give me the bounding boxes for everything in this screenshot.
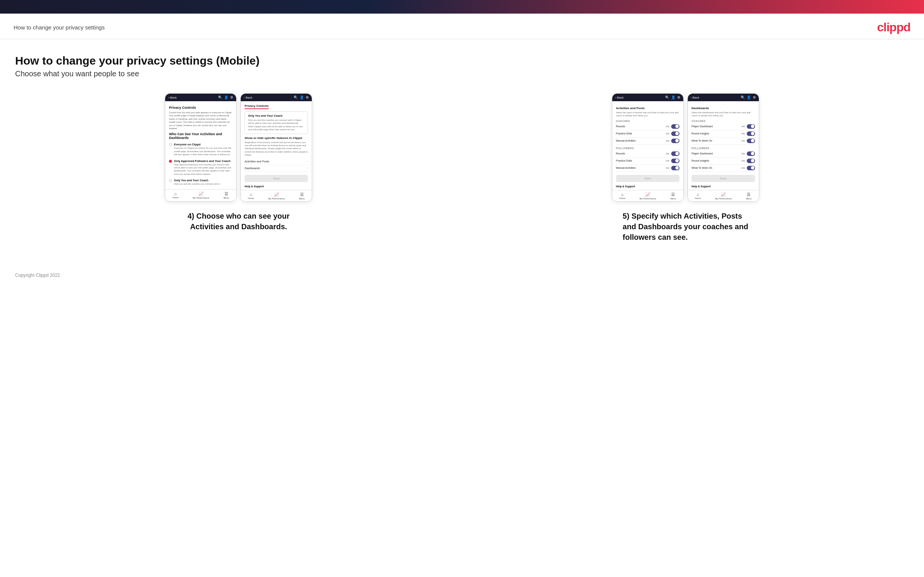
phone2-section-desc: Regardless of the privacy controls that … xyxy=(244,141,308,157)
phone3-followers-rounds: Rounds ON xyxy=(616,150,680,158)
page-heading: How to change your privacy settings (Mob… xyxy=(15,54,909,67)
toggle-coaches-player[interactable] xyxy=(747,124,755,129)
phone2-icons: 🔍 👤 ⚙ xyxy=(294,95,309,99)
search-icon2[interactable]: 🔍 xyxy=(294,95,298,99)
phone3-nav-performance[interactable]: 📈 My Performance xyxy=(640,192,656,200)
phone3-icons: 🔍 👤 ⚙ xyxy=(665,95,680,99)
phone3-topbar: ‹ Back 🔍 👤 ⚙ xyxy=(612,93,683,101)
caption-4: 4) Choose who can see your Activities an… xyxy=(178,211,299,232)
toggle-coaches-practice[interactable] xyxy=(671,131,680,136)
phone1-nav-performance[interactable]: 📈 My Performance xyxy=(193,192,209,199)
phone3-followers-label: FOLLOWERS xyxy=(616,147,680,150)
toggle-followers-whattowork[interactable] xyxy=(747,166,755,170)
phone-screen-1: ‹ Back 🔍 👤 ⚙ Privacy Controls Control ho… xyxy=(165,93,237,201)
toggle-coaches-roundinsights[interactable] xyxy=(747,131,755,136)
phone3-content: Activities and Posts Select the types of… xyxy=(612,101,683,188)
phone-screen-3: ‹ Back 🔍 👤 ⚙ Activities and Posts Select… xyxy=(612,93,684,201)
phone4-followers-player: Player Dashboard ON xyxy=(691,150,755,158)
settings-icon2[interactable]: ⚙ xyxy=(306,95,309,99)
person-icon4[interactable]: 👤 xyxy=(747,95,751,99)
toggle-coaches-rounds[interactable] xyxy=(671,124,680,129)
settings-icon3[interactable]: ⚙ xyxy=(677,95,680,99)
phone3-nav-home[interactable]: ⌂ Home xyxy=(619,192,625,200)
phone3-save-button[interactable]: Save xyxy=(616,175,680,182)
person-icon3[interactable]: 👤 xyxy=(671,95,675,99)
phone4-icons: 🔍 👤 ⚙ xyxy=(741,95,756,99)
phone4-help: Help & Support xyxy=(691,185,755,188)
search-icon4[interactable]: 🔍 xyxy=(741,95,745,99)
toggle-coaches-manual[interactable] xyxy=(671,139,680,143)
settings-icon4[interactable]: ⚙ xyxy=(753,95,756,99)
phones-double-1: ‹ Back 🔍 👤 ⚙ Privacy Controls Control ho… xyxy=(165,93,312,201)
phone4-coaches-whattowork: What To Work On ON xyxy=(691,137,755,145)
toggle-followers-player[interactable] xyxy=(747,152,755,156)
home-icon3: ⌂ xyxy=(621,192,624,197)
phone4-followers-label: FOLLOWERS xyxy=(691,147,755,150)
phone4-nav-menu[interactable]: ☰ Menu xyxy=(746,192,752,200)
phone4-bottomnav: ⌂ Home 📈 My Performance ☰ Menu xyxy=(688,190,759,201)
phone3-nav-menu[interactable]: ☰ Menu xyxy=(670,192,676,200)
toggle-followers-roundinsights[interactable] xyxy=(747,159,755,163)
phone2-nav-menu[interactable]: ☰ Menu xyxy=(299,192,305,200)
phone1-topbar: ‹ Back 🔍 👤 ⚙ xyxy=(165,93,236,101)
phone2-info-box: Only You and Your Coach Only you and the… xyxy=(244,111,308,134)
phone1-nav-menu[interactable]: ☰ Menu xyxy=(223,192,229,199)
person-icon2[interactable]: 👤 xyxy=(300,95,304,99)
home-icon4: ⌂ xyxy=(696,192,699,197)
chart-icon: 📈 xyxy=(199,192,204,197)
radio-option-2[interactable]: Only Approved Followers and Your Coach O… xyxy=(169,158,233,177)
phone1-back[interactable]: ‹ Back xyxy=(168,96,176,99)
person-icon[interactable]: 👤 xyxy=(224,95,228,99)
radio-circle-1 xyxy=(169,143,172,146)
phone2-info-desc: Only you and the coaches you connect wit… xyxy=(248,119,305,131)
toggle-coaches-whattowork[interactable] xyxy=(747,139,755,143)
phone1-nav-home[interactable]: ⌂ Home xyxy=(172,192,178,199)
phone2-back[interactable]: ‹ Back xyxy=(244,96,252,99)
search-icon[interactable]: 🔍 xyxy=(218,95,222,99)
screenshot-group-2: ‹ Back 🔍 👤 ⚙ Activities and Posts Select… xyxy=(462,93,909,242)
phone3-coaches-practice: Practice Drills ON xyxy=(616,130,680,137)
chart-icon3: 📈 xyxy=(645,192,650,197)
phone2-nav-home[interactable]: ⌂ Home xyxy=(248,192,254,200)
phone4-coaches-roundinsights: Round Insights ON xyxy=(691,130,755,137)
phone3-help: Help & Support xyxy=(616,185,680,188)
phone3-bottomnav: ⌂ Home 📈 My Performance ☰ Menu xyxy=(612,190,683,201)
radio-option-3[interactable]: Only You and Your Coach Only you and the… xyxy=(169,177,233,187)
phone1-bottomnav: ⌂ Home 📈 My Performance ☰ Menu xyxy=(165,189,236,200)
home-icon: ⌂ xyxy=(174,192,177,196)
phone4-coaches-player: Player Dashboard ON xyxy=(691,123,755,130)
phone2-activities-link[interactable]: Activities and Posts › xyxy=(244,158,308,165)
menu-icon: ☰ xyxy=(225,192,228,197)
home-icon2: ⌂ xyxy=(250,192,252,197)
phone2-nav-performance[interactable]: 📈 My Performance xyxy=(268,192,285,200)
phone4-save-button[interactable]: Save xyxy=(691,175,755,182)
phone4-back[interactable]: ‹ Back xyxy=(691,96,699,99)
phone2-dashboards-link[interactable]: Dashboards › xyxy=(244,165,308,172)
chevron-left-icon4: ‹ xyxy=(691,96,692,99)
caption-5: 5) Specify which Activities, Posts and D… xyxy=(623,211,748,242)
chevron-right-icon2: › xyxy=(307,166,309,170)
phone4-nav-home[interactable]: ⌂ Home xyxy=(695,192,701,200)
logo: clippd xyxy=(877,20,910,34)
phone4-followers-whattowork: What To Work On ON xyxy=(691,164,755,172)
phone2-save-button[interactable]: Save xyxy=(244,175,308,182)
phone2-privacy-tab[interactable]: Privacy Controls xyxy=(244,104,269,109)
phone2-bottomnav: ⌂ Home 📈 My Performance ☰ Menu xyxy=(241,190,312,201)
phone3-back[interactable]: ‹ Back xyxy=(615,96,624,99)
chart-icon2: 📈 xyxy=(274,192,279,197)
radio-option-1[interactable]: Everyone on Clippd Everyone on Clippd ca… xyxy=(169,141,233,158)
toggle-followers-manual[interactable] xyxy=(671,166,680,170)
radio-circle-2 xyxy=(169,160,172,163)
toggle-followers-rounds[interactable] xyxy=(671,152,680,156)
phone3-coaches-label: COACHES xyxy=(616,120,680,122)
phone4-nav-performance[interactable]: 📈 My Performance xyxy=(715,192,732,200)
phone4-followers-roundinsights: Round Insights ON xyxy=(691,158,755,164)
search-icon3[interactable]: 🔍 xyxy=(665,95,669,99)
phone4-section-desc: Select the dashboards that you'd like to… xyxy=(691,111,755,118)
radio-circle-3 xyxy=(169,179,172,182)
phone4-section-title: Dashboards xyxy=(691,106,755,110)
header: How to change your privacy settings clip… xyxy=(0,14,924,39)
settings-icon[interactable]: ⚙ xyxy=(230,95,233,99)
toggle-followers-practice[interactable] xyxy=(671,159,680,163)
phone1-section-title: Privacy Controls xyxy=(169,106,233,110)
